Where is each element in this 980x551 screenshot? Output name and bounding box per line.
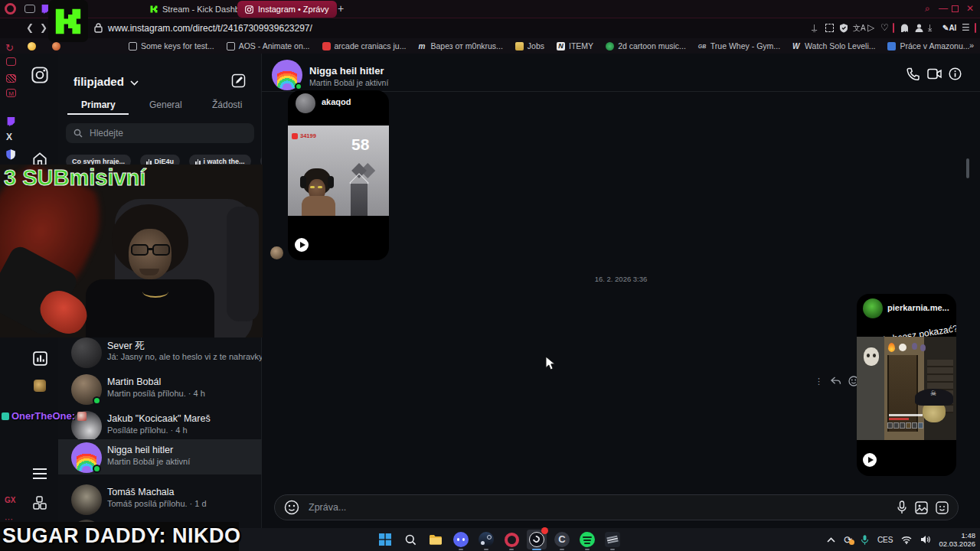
spotify-icon[interactable]	[577, 530, 597, 549]
video-call-icon[interactable]	[927, 68, 942, 80]
tab-requests[interactable]: Žádosti	[212, 99, 242, 110]
bookmark[interactable]: AOS - Animate on...	[227, 41, 310, 51]
discord-icon[interactable]	[451, 530, 471, 549]
gx-speed-icon[interactable]: ↻	[5, 42, 17, 54]
play-button-icon[interactable]	[295, 238, 309, 252]
sticker-icon[interactable]	[936, 501, 949, 514]
aria-ai-button[interactable]: ✎AI	[942, 24, 956, 32]
shield-app-icon[interactable]	[5, 148, 16, 160]
close-button[interactable]: ✕	[964, 3, 976, 15]
compose-icon[interactable]	[231, 73, 246, 88]
account-switcher[interactable]: filipjaded	[74, 75, 139, 88]
x-twitter-icon[interactable]: X	[6, 132, 12, 142]
meta-grid-icon[interactable]	[33, 496, 47, 510]
shield-icon[interactable]	[839, 23, 848, 33]
search-box[interactable]	[66, 123, 254, 143]
file-explorer-icon[interactable]	[426, 530, 446, 549]
translate-icon[interactable]: 文A	[853, 23, 866, 34]
bookmark[interactable]: NITEMY	[557, 41, 593, 51]
lock-icon[interactable]	[94, 23, 103, 33]
opera-gx-icon[interactable]	[501, 530, 521, 549]
heart-icon[interactable]: ♡	[880, 22, 889, 33]
taskbar-clock[interactable]: 1:48 02.03.2026	[939, 531, 975, 548]
messenger-icon[interactable]	[6, 57, 16, 66]
voice-message-icon[interactable]	[897, 500, 907, 514]
recording-dot	[541, 527, 548, 534]
flow-icon[interactable]: ▷	[867, 22, 874, 33]
bookmark[interactable]: 2d cartoon music...	[606, 41, 686, 51]
screen: Twitch Stream - Kick Dashboard Instagram…	[0, 0, 980, 551]
snapshot-icon[interactable]	[825, 24, 834, 32]
more-hamburger-icon[interactable]	[32, 468, 47, 480]
tab-primary[interactable]: Primary	[81, 99, 116, 110]
message-composer[interactable]	[274, 494, 959, 520]
minimize-button[interactable]: —	[937, 3, 949, 15]
conversation-row-selected[interactable]: Nigga heil hitler Martin Bobál je aktivn…	[58, 439, 262, 474]
game-icon[interactable]	[603, 530, 622, 549]
wifi-icon[interactable]	[901, 536, 912, 544]
profile-icon[interactable]	[914, 23, 924, 33]
opera-logo-icon[interactable]	[5, 3, 16, 15]
url-field[interactable]: www.instagram.com/direct/t/2416730993962…	[108, 23, 312, 34]
maximize-button[interactable]	[952, 5, 959, 12]
bookmark[interactable]: GBTrue Whey - Gym...	[698, 41, 780, 51]
download-icon[interactable]: ⤓	[928, 22, 932, 33]
workspace-icon[interactable]	[24, 5, 35, 13]
mic-tray-icon[interactable]	[861, 534, 869, 546]
gx-label[interactable]: GX	[5, 496, 15, 504]
taskbar-search-icon[interactable]	[400, 530, 420, 549]
steam-icon[interactable]	[476, 530, 496, 549]
bookmark[interactable]: WWatch Solo Leveli...	[792, 41, 875, 51]
tray-chevron-icon[interactable]	[827, 537, 835, 543]
bookmark-emoji[interactable]	[28, 42, 40, 51]
sender-avatar	[270, 246, 283, 259]
bookmark[interactable]: Práce v Amazonu...	[887, 41, 969, 51]
message-input[interactable]	[307, 501, 889, 514]
scrollbar[interactable]	[966, 158, 969, 178]
volume-icon[interactable]	[920, 535, 930, 544]
start-button[interactable]	[375, 530, 395, 549]
bookmark[interactable]: arcade craniacs ju...	[322, 41, 407, 51]
browser-search-button[interactable]: ⌕	[921, 3, 933, 15]
twitch-sidebar-icon[interactable]	[5, 116, 16, 127]
reply-icon[interactable]	[830, 377, 841, 386]
keyboard-layout[interactable]: CES	[877, 536, 893, 544]
emoji-icon[interactable]	[284, 500, 299, 515]
bookmarks-overflow-button[interactable]: »	[969, 41, 974, 50]
m-app-icon[interactable]: M	[6, 89, 16, 97]
bookmark[interactable]: Jobs	[515, 41, 544, 51]
conversation-row[interactable]: Martin Bobál Martin posílá přílohu. · 4 …	[58, 371, 262, 408]
forward-button[interactable]: ❯	[40, 22, 47, 33]
headphone-right	[328, 176, 334, 188]
reel-author-name: akaqod	[322, 97, 351, 106]
search-input[interactable]	[88, 127, 241, 139]
conversation-row[interactable]: Sever 死 Já: Jasny no, ale to heslo vi z …	[58, 334, 262, 371]
bookmark-emoji[interactable]	[52, 42, 64, 51]
pin-icon[interactable]: ⍊	[812, 22, 817, 33]
info-icon[interactable]	[949, 67, 962, 80]
menu-icon[interactable]: ☰	[962, 22, 970, 33]
more-options-icon[interactable]: ⋮	[815, 377, 823, 386]
outgoing-reel-message[interactable]: pierkarnia.me... Co mi chcesz pokazać? ☠	[857, 294, 956, 476]
bookmark[interactable]: Some keys for test...	[129, 41, 214, 51]
profile-avatar[interactable]	[34, 380, 46, 392]
image-attach-icon[interactable]	[915, 501, 928, 514]
bookmark[interactable]: mВарез от m0nkrus...	[418, 41, 502, 51]
dashboard-chart-icon[interactable]	[33, 351, 47, 366]
curseforge-icon[interactable]: C	[552, 530, 572, 549]
new-tab-button[interactable]: +	[338, 2, 344, 15]
instagram-logo-icon[interactable]	[31, 67, 48, 83]
mouse-cursor	[545, 356, 557, 372]
conversation-row[interactable]: Tomáš Machala Tomáš posílá přílohu. · 1 …	[58, 481, 262, 518]
incoming-reel-message[interactable]: akaqod 34199 58	[288, 90, 389, 260]
obs-icon-active[interactable]	[527, 530, 547, 549]
play-button-icon[interactable]	[863, 453, 877, 467]
sync-tray-icon[interactable]: ⟳	[844, 534, 852, 546]
call-icon[interactable]	[906, 67, 920, 81]
tab-general[interactable]: General	[149, 99, 182, 110]
back-button[interactable]: ❮	[26, 22, 34, 33]
extension-ghost-icon[interactable]	[900, 23, 910, 33]
chat-app-icon[interactable]	[6, 74, 16, 83]
tab-instagram-active[interactable]: Instagram • Zprávy	[237, 1, 337, 18]
potion-items	[912, 343, 917, 350]
